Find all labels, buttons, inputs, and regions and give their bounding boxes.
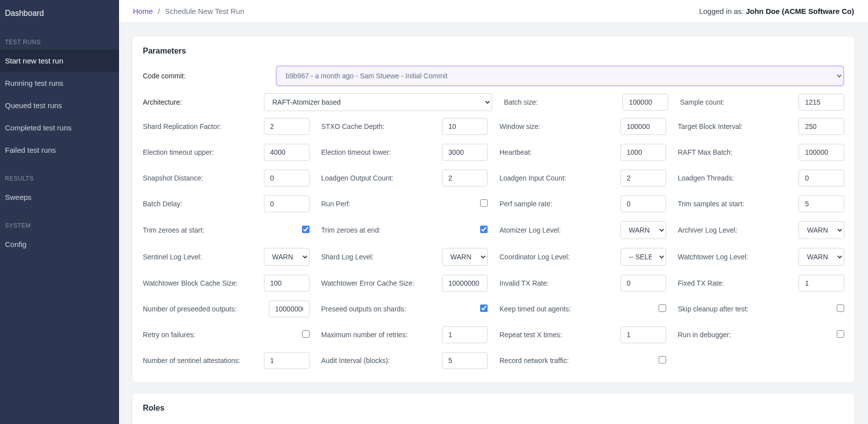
input-window-size[interactable] xyxy=(620,118,666,135)
nav-sweeps[interactable]: Sweeps xyxy=(0,186,119,208)
select-archiver-log[interactable]: WARN xyxy=(799,221,844,239)
checkbox-record-net[interactable] xyxy=(659,356,666,363)
input-perf-sample-rate[interactable] xyxy=(620,195,666,212)
input-snapshot-dist[interactable] xyxy=(264,170,310,186)
input-wt-error-cache[interactable] xyxy=(442,275,488,292)
roles-title: Roles xyxy=(143,404,844,413)
label-retry-fail: Retry on failures: xyxy=(143,331,296,339)
main: Home / Schedule New Test Run Logged in a… xyxy=(119,0,868,424)
nav-completed-test-runs[interactable]: Completed test runs xyxy=(0,117,119,139)
label-atomizer-log: Atomizer Log Level: xyxy=(499,226,615,234)
checkbox-preseed-shards[interactable] xyxy=(480,304,488,312)
checkbox-skip-cleanup[interactable] xyxy=(837,304,844,312)
input-preseeded-out[interactable] xyxy=(269,301,310,317)
input-raft-max-batch[interactable] xyxy=(799,144,844,161)
label-sentinel-log: Sentinel Log Level: xyxy=(143,253,258,261)
select-code-commit[interactable]: b9b967 - a month ago - Sam Stuewe - Init… xyxy=(276,65,844,86)
nav-queued-test-runs[interactable]: Queued test runs xyxy=(0,94,119,117)
select-shard-log[interactable]: WARN xyxy=(442,248,488,266)
checkbox-run-debugger[interactable] xyxy=(837,330,844,338)
input-batch-delay[interactable] xyxy=(264,195,310,212)
label-shard-log: Shard Log Level: xyxy=(321,253,436,261)
breadcrumb-home[interactable]: Home xyxy=(133,7,153,15)
section-test-runs: TEST RUNS xyxy=(0,25,119,50)
nav-failed-test-runs[interactable]: Failed test runs xyxy=(0,139,119,161)
label-snapshot-dist: Snapshot Distance: xyxy=(143,174,258,182)
logged-in-as: Logged in as: John Doe (ACME Software Co… xyxy=(699,7,854,15)
logged-in-prefix: Logged in as: xyxy=(699,7,745,15)
label-coordinator-log: Coordinator Log Level: xyxy=(499,253,615,261)
label-preseed-shards: Preseed outputs on shards: xyxy=(321,305,475,313)
nav-start-new-test-run[interactable]: Start new test run xyxy=(0,50,119,72)
nav-config[interactable]: Config xyxy=(0,233,119,255)
input-heartbeat[interactable] xyxy=(620,144,666,161)
input-batch-size[interactable] xyxy=(622,94,668,111)
input-election-upper[interactable] xyxy=(264,144,310,161)
row-code-commit: Code commit: b9b967 - a month ago - Sam … xyxy=(143,65,844,86)
input-trim-samples-start[interactable] xyxy=(799,195,844,212)
select-architecture[interactable]: RAFT-Atomizer based xyxy=(264,93,492,111)
label-target-block: Target Block Interval: xyxy=(678,122,793,130)
logged-in-user: John Doe (ACME Software Co) xyxy=(746,7,854,15)
label-heartbeat: Heartbeat: xyxy=(499,148,615,156)
checkbox-retry-fail[interactable] xyxy=(302,330,310,338)
checkbox-run-perf[interactable] xyxy=(480,199,488,207)
select-coordinator-log[interactable]: -- SELECT -- xyxy=(620,248,666,266)
input-max-retries[interactable] xyxy=(442,326,488,343)
select-sentinel-log[interactable]: WARN xyxy=(264,248,310,266)
label-raft-max-batch: RAFT Max Batch: xyxy=(678,148,793,156)
input-invalid-tx[interactable] xyxy=(620,275,666,292)
checkbox-trim-zero-end[interactable] xyxy=(480,226,488,233)
label-stxo-cache: STXO Cache Depth: xyxy=(321,122,436,130)
nav-running-test-runs[interactable]: Running test runs xyxy=(0,72,119,94)
label-preseeded-out: Number of preseeded outputs: xyxy=(143,305,263,313)
input-sentinel-attest[interactable] xyxy=(264,352,310,369)
input-loadgen-out[interactable] xyxy=(442,170,488,186)
input-loadgen-threads[interactable] xyxy=(799,170,844,186)
label-loadgen-out: Loadgen Output Count: xyxy=(321,174,436,182)
input-repeat-x[interactable] xyxy=(620,326,666,343)
checkbox-trim-zero-start[interactable] xyxy=(302,226,310,233)
label-fixed-tx: Fixed TX Rate: xyxy=(678,279,793,287)
label-election-upper: Election timeout upper: xyxy=(143,148,258,156)
label-skip-cleanup: Skip cleanup after test: xyxy=(678,305,831,313)
select-atomizer-log[interactable]: WARN xyxy=(620,221,666,239)
label-keep-agents: Keep timed out agents: xyxy=(499,305,653,313)
input-fixed-tx[interactable] xyxy=(799,275,844,292)
input-sample-count[interactable] xyxy=(799,94,844,111)
input-wt-block-cache[interactable] xyxy=(264,275,310,292)
label-election-lower: Election timeout lower: xyxy=(321,148,436,156)
select-watchtower-log[interactable]: WARN xyxy=(799,248,844,266)
section-results: RESULTS xyxy=(0,161,119,186)
label-shard-repl: Shard Replication Factor: xyxy=(143,122,258,130)
label-loadgen-in: Loadgen Input Count: xyxy=(499,174,615,182)
input-election-lower[interactable] xyxy=(442,144,488,161)
label-repeat-x: Repeat test X times: xyxy=(499,331,615,339)
input-target-block[interactable] xyxy=(799,118,844,135)
label-architecture: Architecture: xyxy=(143,98,264,106)
label-run-perf: Run Perf: xyxy=(321,200,475,208)
input-shard-repl[interactable] xyxy=(264,118,310,135)
breadcrumb: Home / Schedule New Test Run xyxy=(133,7,244,15)
label-record-net: Record network traffic: xyxy=(499,357,653,364)
label-code-commit: Code commit: xyxy=(143,72,264,80)
input-loadgen-in[interactable] xyxy=(620,170,666,186)
roles-card: Roles Configure Role: Count: Region: Ins… xyxy=(133,394,854,424)
label-batch-size: Batch size: xyxy=(504,98,617,106)
label-perf-sample-rate: Perf sample rate: xyxy=(499,200,615,208)
label-trim-zero-end: Trim zeroes at end: xyxy=(321,226,475,234)
breadcrumb-sep: / xyxy=(158,7,160,15)
label-run-debugger: Run in debugger: xyxy=(678,331,831,339)
label-invalid-tx: Invalid TX Rate: xyxy=(499,279,615,287)
label-watchtower-log: Watchtower Log Level: xyxy=(678,253,793,261)
label-archiver-log: Archiver Log Level: xyxy=(678,226,793,234)
input-stxo-cache[interactable] xyxy=(442,118,488,135)
sidebar: Dashboard TEST RUNS Start new test run R… xyxy=(0,0,119,424)
input-audit-interval[interactable] xyxy=(442,352,488,369)
label-max-retries: Maximum number of retries: xyxy=(321,331,436,339)
label-loadgen-threads: Loadgen Threads: xyxy=(678,174,793,182)
checkbox-keep-agents[interactable] xyxy=(659,304,666,312)
parameters-card: Parameters Code commit: b9b967 - a month… xyxy=(133,37,854,382)
brand[interactable]: Dashboard xyxy=(0,6,119,25)
breadcrumb-current: Schedule New Test Run xyxy=(165,7,245,15)
